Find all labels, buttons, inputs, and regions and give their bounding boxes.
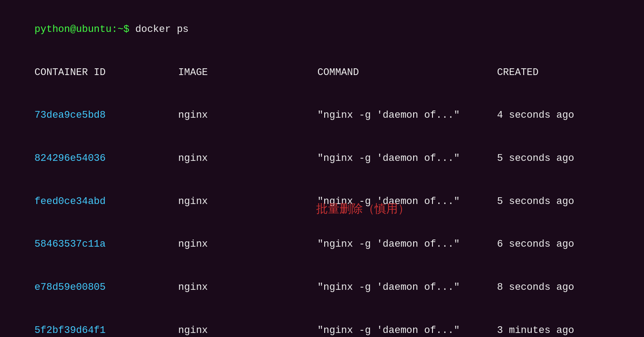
command-1: "nginx -g 'daemon of..." [318,108,497,123]
created-5: 8 seconds ago [497,282,574,293]
data-row-2: 824296e54036nginx"nginx -g 'daemon of...… [11,137,633,180]
col-header-image-1: IMAGE [178,66,318,80]
terminal-window: python@ubuntu:~$ docker ps CONTAINER IDI… [11,8,633,337]
data-row-1: 73dea9ce5bd8nginx"nginx -g 'daemon of...… [11,94,633,137]
command-4: "nginx -g 'daemon of..." [318,237,497,252]
header-row-1: CONTAINER IDIMAGECOMMANDCREATED [11,51,633,94]
container-id-3: feed0ce34abd [35,195,178,209]
created-3: 5 seconds ago [497,196,574,207]
annotation-text: 批量删除（慎用） [316,201,410,218]
container-id-6: 5f2bf39d64f1 [35,324,178,337]
container-id-1: 73dea9ce5bd8 [35,108,178,123]
container-id-2: 824296e54036 [35,151,178,166]
image-5: nginx [178,280,318,295]
line-1: python@ubuntu:~$ docker ps [11,8,633,51]
data-row-4: 58463537c11anginx"nginx -g 'daemon of...… [11,223,633,266]
image-1: nginx [178,108,318,123]
image-2: nginx [178,151,318,166]
created-1: 4 seconds ago [497,110,574,121]
data-row-6: 5f2bf39d64f1nginx"nginx -g 'daemon of...… [11,309,633,337]
prompt-1: python@ubuntu:~$ [35,24,135,35]
image-3: nginx [178,195,318,209]
container-id-4: 58463537c11a [35,237,178,252]
image-4: nginx [178,237,318,252]
image-6: nginx [178,324,318,337]
data-row-5: e78d59e00805nginx"nginx -g 'daemon of...… [11,266,633,309]
created-6: 3 minutes ago [497,325,574,336]
col-header-created-1: CREATED [497,67,538,78]
command-5: "nginx -g 'daemon of..." [318,280,497,295]
command-6: "nginx -g 'daemon of..." [318,324,497,337]
command-2: "nginx -g 'daemon of..." [318,151,497,166]
cmd-1: docker ps [135,24,189,35]
container-id-5: e78d59e00805 [35,280,178,295]
created-2: 5 seconds ago [497,153,574,164]
col-header-container-1: CONTAINER ID [35,66,178,80]
col-header-command-1: COMMAND [318,66,497,80]
created-4: 6 seconds ago [497,239,574,250]
